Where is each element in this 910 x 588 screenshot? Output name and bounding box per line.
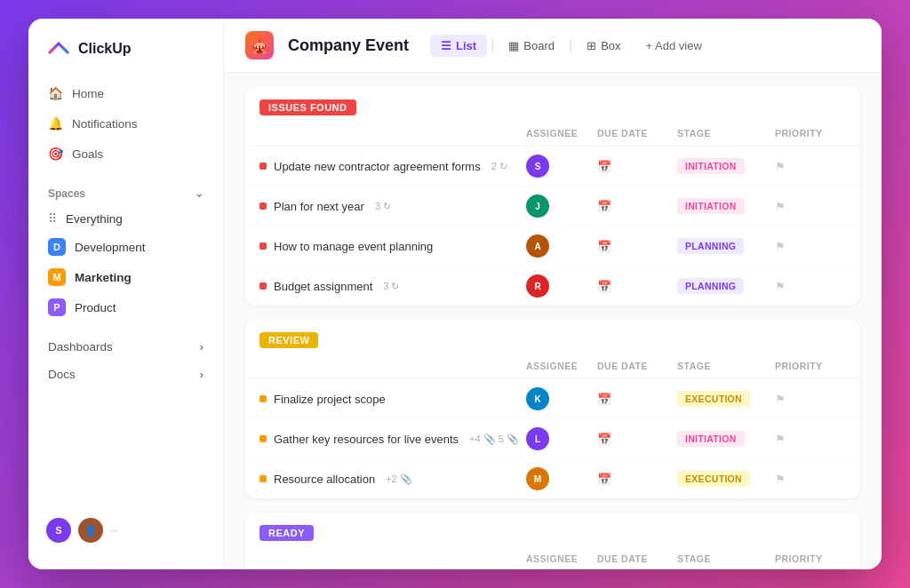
stage-cell: INITIATION bbox=[677, 198, 775, 214]
priority-icon: ⚑ bbox=[775, 433, 786, 446]
col-due-date-2: DUE DATE bbox=[597, 361, 677, 371]
stage-cell: INITIATION bbox=[677, 431, 775, 447]
tab-board[interactable]: ▦ Board bbox=[498, 35, 565, 57]
task-meta: 3 ↻ bbox=[375, 201, 391, 212]
docs-chevron-icon: › bbox=[200, 368, 204, 381]
sidebar-item-product[interactable]: P Product bbox=[37, 292, 214, 322]
goals-icon: 🎯 bbox=[48, 147, 63, 161]
priority-cell: ⚑ bbox=[775, 473, 846, 486]
box-tab-icon: ⊞ bbox=[587, 39, 596, 52]
nav-item-goals[interactable]: 🎯 Goals bbox=[37, 139, 214, 168]
marketing-dot: M bbox=[48, 268, 66, 286]
assignee-cell: A bbox=[526, 234, 597, 258]
docs-item[interactable]: Docs › bbox=[37, 361, 214, 388]
user-avatar-2[interactable]: 👤 bbox=[78, 518, 103, 543]
task-name-cell: Finalize project scope bbox=[259, 393, 526, 406]
tab-list[interactable]: ☰ List bbox=[430, 35, 487, 57]
home-icon: 🏠 bbox=[48, 86, 63, 100]
task-meta: 2 ↻ bbox=[491, 161, 507, 172]
table-row[interactable]: Budget assignment 3 ↻ R 📅 PLANNING ⚑ bbox=[245, 266, 860, 306]
priority-cell: ⚑ bbox=[775, 200, 846, 213]
box-tab-label: Box bbox=[601, 39, 620, 52]
task-avatar: L bbox=[526, 427, 549, 450]
group-label-ready: READY bbox=[259, 525, 314, 541]
sidebar-item-everything[interactable]: ⠿ Everything bbox=[37, 205, 214, 232]
stage-cell: PLANNING bbox=[677, 278, 775, 294]
col-stage-1: STAGE bbox=[677, 128, 775, 139]
sidebar: ClickUp 🏠 Home 🔔 Notifications 🎯 Goals S… bbox=[28, 19, 224, 569]
sidebar-item-marketing[interactable]: M Marketing bbox=[37, 262, 214, 292]
due-date-cell: 📅 bbox=[597, 433, 677, 446]
task-bullet-red bbox=[259, 282, 267, 290]
priority-icon: ⚑ bbox=[775, 160, 786, 173]
task-name-cell: Update new contractor agreement forms 2 … bbox=[259, 160, 526, 173]
nav-goals-label: Goals bbox=[72, 147, 103, 161]
list-tab-label: List bbox=[456, 39, 476, 52]
dashboards-label: Dashboards bbox=[48, 340, 113, 354]
task-meta: 3 ↻ bbox=[383, 281, 399, 292]
grid-icon: ⠿ bbox=[48, 211, 57, 226]
sidebar-item-development[interactable]: D Development bbox=[37, 232, 214, 262]
tab-box[interactable]: ⊞ Box bbox=[576, 35, 631, 57]
task-bullet-red bbox=[259, 163, 267, 170]
due-date-cell: 📅 bbox=[597, 160, 677, 173]
product-label: Product bbox=[75, 301, 116, 314]
table-header-issues: ASSIGNEE DUE DATE STAGE PRIORITY bbox=[245, 121, 860, 147]
task-text: Update new contractor agreement forms bbox=[274, 160, 481, 173]
spaces-header[interactable]: Spaces ⌄ bbox=[37, 182, 214, 205]
development-label: Development bbox=[75, 241, 146, 254]
priority-cell: ⚑ bbox=[775, 240, 846, 253]
project-icon: 🎪 bbox=[245, 31, 274, 60]
task-avatar: A bbox=[526, 234, 549, 258]
task-bullet-red bbox=[259, 203, 267, 210]
tab-divider-2: | bbox=[569, 37, 572, 53]
table-row[interactable]: Gather key resources for live events +4 … bbox=[245, 419, 860, 459]
col-due-date-3: DUE DATE bbox=[597, 553, 677, 564]
task-text: Budget assignment bbox=[274, 280, 372, 293]
col-task-name-2 bbox=[259, 361, 526, 371]
user-avatar-1[interactable]: S bbox=[46, 518, 71, 543]
due-date-cell: 📅 bbox=[597, 473, 677, 486]
everything-label: Everything bbox=[66, 212, 123, 226]
table-header-review: ASSIGNEE DUE DATE STAGE PRIORITY bbox=[245, 354, 860, 379]
table-header-ready: ASSIGNEE DUE DATE STAGE PRIORITY bbox=[245, 546, 860, 569]
priority-icon: ⚑ bbox=[775, 200, 786, 213]
priority-cell: ⚑ bbox=[775, 280, 846, 293]
table-row[interactable]: How to manage event planning A 📅 PLANNIN… bbox=[245, 226, 860, 266]
dashboards-item[interactable]: Dashboards › bbox=[37, 333, 214, 361]
view-tabs: ☰ List | ▦ Board | ⊞ Box + Add view bbox=[430, 35, 713, 57]
nav-item-home[interactable]: 🏠 Home bbox=[37, 79, 214, 107]
stage-badge: PLANNING bbox=[677, 238, 744, 254]
assignee-cell: M bbox=[526, 467, 597, 490]
stage-cell: EXECUTION bbox=[677, 471, 775, 487]
col-stage-2: STAGE bbox=[677, 361, 775, 371]
task-meta: +4 📎 5 📎 bbox=[469, 433, 519, 445]
avatar-expand-icon[interactable]: ··· bbox=[110, 526, 117, 536]
table-row[interactable]: Finalize project scope K 📅 EXECUTION ⚑ bbox=[245, 379, 860, 419]
table-row[interactable]: Resource allocation +2 📎 M 📅 EXECUTION ⚑ bbox=[245, 459, 860, 498]
assignee-cell: S bbox=[526, 155, 597, 178]
add-view-button[interactable]: + Add view bbox=[635, 35, 713, 57]
task-text: Finalize project scope bbox=[274, 393, 386, 406]
app-name: ClickUp bbox=[78, 41, 132, 57]
calendar-icon: 📅 bbox=[597, 280, 611, 293]
task-avatar: K bbox=[526, 387, 549, 410]
spaces-chevron-icon: ⌄ bbox=[195, 187, 204, 200]
table-row[interactable]: Plan for next year 3 ↻ J 📅 INITIATION ⚑ bbox=[245, 187, 860, 226]
task-name-cell: Gather key resources for live events +4 … bbox=[259, 433, 526, 446]
spaces-label: Spaces bbox=[48, 187, 85, 200]
task-meta: +2 📎 bbox=[386, 473, 412, 485]
app-container: ClickUp 🏠 Home 🔔 Notifications 🎯 Goals S… bbox=[28, 19, 882, 569]
dashboards-chevron-icon: › bbox=[200, 340, 204, 354]
spaces-section: Spaces ⌄ ⠿ Everything D Development M Ma… bbox=[28, 182, 223, 322]
col-priority-2: PRIORITY bbox=[775, 361, 846, 371]
task-name-cell: Plan for next year 3 ↻ bbox=[259, 200, 526, 213]
stage-badge: INITIATION bbox=[677, 431, 745, 447]
task-text: Plan for next year bbox=[274, 200, 364, 213]
task-bullet-red bbox=[259, 242, 267, 250]
task-bullet-yellow bbox=[259, 475, 267, 482]
task-bullet-yellow bbox=[259, 435, 267, 442]
table-row[interactable]: Update new contractor agreement forms 2 … bbox=[245, 147, 860, 187]
nav-item-notifications[interactable]: 🔔 Notifications bbox=[37, 109, 214, 138]
priority-cell: ⚑ bbox=[775, 433, 846, 446]
